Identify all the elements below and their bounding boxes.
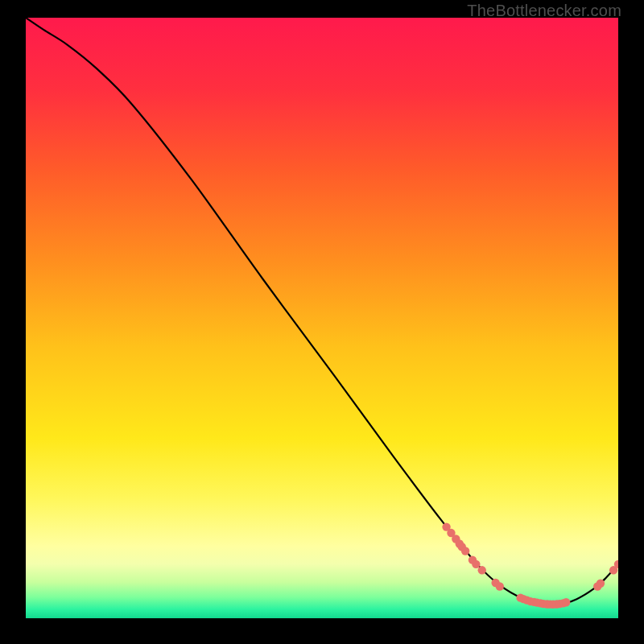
watermark-text: TheBottlenecker.com [467,2,621,20]
gradient-background [26,18,618,618]
data-point [496,582,504,590]
data-point [562,598,570,606]
data-point [461,547,469,555]
stage: TheBottlenecker.com [0,0,644,644]
data-point [597,580,605,588]
chart-area [26,18,618,618]
data-point [472,560,480,568]
data-point [478,566,486,574]
chart-svg [26,18,618,618]
